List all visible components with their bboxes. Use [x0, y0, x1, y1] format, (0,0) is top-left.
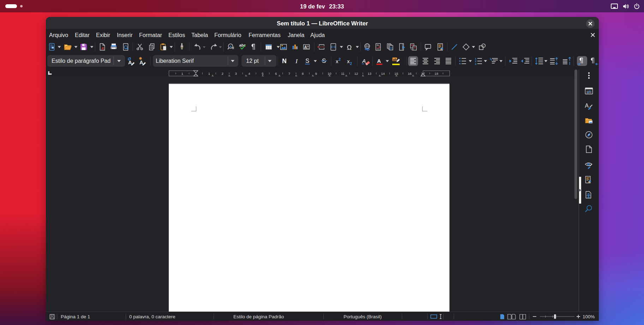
svg-text:A: A — [101, 46, 104, 50]
svg-text:2: 2 — [350, 61, 352, 66]
svg-text:11: 11 — [341, 72, 345, 76]
svg-text:N: N — [282, 58, 287, 65]
svg-text:1: 1 — [378, 45, 380, 48]
svg-text:S: S — [305, 58, 309, 64]
svg-text:A: A — [585, 103, 589, 109]
svg-text:1: 1 — [208, 72, 210, 76]
svg-text:13: 13 — [368, 72, 371, 76]
svg-text:I: I — [295, 58, 298, 65]
svg-text:18: 18 — [435, 72, 439, 76]
svg-text:1: 1 — [181, 72, 183, 76]
svg-text:ab: ab — [393, 58, 397, 61]
svg-text:3: 3 — [475, 62, 477, 66]
svg-text:2: 2 — [339, 57, 341, 61]
svg-text:3: 3 — [235, 72, 237, 76]
svg-text:16: 16 — [408, 72, 412, 76]
svg-text:9: 9 — [315, 72, 317, 76]
svg-text:a: a — [229, 44, 232, 48]
svg-text:x: x — [347, 59, 350, 64]
svg-text:abc: abc — [239, 43, 246, 47]
svg-text:Ω: Ω — [347, 44, 352, 51]
svg-text:2: 2 — [222, 72, 223, 76]
svg-text:14: 14 — [381, 72, 385, 76]
svg-text:6: 6 — [275, 72, 277, 76]
svg-text:A: A — [362, 58, 366, 64]
svg-text:x: x — [336, 59, 339, 64]
svg-text:d: d — [232, 46, 234, 50]
svg-text:4: 4 — [248, 72, 250, 76]
svg-text:A: A — [377, 58, 381, 64]
svg-text:12: 12 — [354, 72, 358, 76]
svg-text:8: 8 — [302, 72, 304, 76]
svg-text:7: 7 — [288, 72, 290, 76]
svg-text:[i]: [i] — [390, 47, 393, 50]
